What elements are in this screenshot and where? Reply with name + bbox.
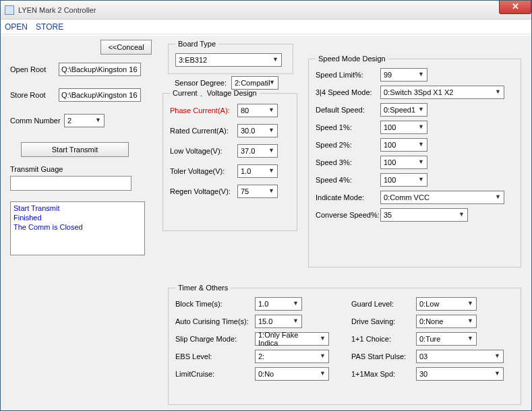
- speed3-select[interactable]: 100: [380, 156, 427, 169]
- board-type-group: Board Type 3:EB312: [168, 40, 293, 74]
- limit-cruise-label: LimitCruise:: [175, 370, 255, 378]
- app-window: LYEN Mark 2 Controller ✕ OPEN STORE <<Co…: [0, 0, 532, 411]
- converse-speed-select[interactable]: 35: [380, 208, 468, 222]
- speed4-label: Speed 4%:: [316, 176, 380, 184]
- limit-cruise-select[interactable]: 0:No: [255, 367, 329, 381]
- guard-level-label: Guard Level:: [351, 300, 416, 308]
- auto-cruise-select[interactable]: 15.0: [255, 315, 302, 328]
- close-button[interactable]: ✕: [499, 1, 531, 14]
- phase-current-select[interactable]: 80: [237, 104, 278, 117]
- speed-limit-label: Speed Limit%:: [316, 71, 380, 79]
- ebs-level-select[interactable]: 2:: [255, 350, 329, 363]
- speed-mode-group: Speed Mode Design Speed Limit%:99 3|4 Sp…: [308, 55, 521, 267]
- indicate-mode-select[interactable]: 0:Comm VCC: [380, 191, 504, 204]
- board-type-legend: Board Type: [175, 40, 218, 48]
- conceal-button[interactable]: <<Conceal: [100, 40, 152, 55]
- speed2-label: Speed 2%:: [316, 141, 380, 149]
- maxspd-select[interactable]: 30: [416, 367, 504, 381]
- sensor-degree-select[interactable]: 2:Compatil: [231, 76, 278, 90]
- timer-others-group: Timer & Others Block Time(s):1.0 Auto Cu…: [168, 284, 521, 405]
- open-root-label: Open Root: [10, 65, 59, 73]
- open-root-input[interactable]: [59, 63, 141, 76]
- current-voltage-legend: Current 、Voltage Design: [170, 88, 260, 98]
- phase-current-label: Phase Current(A):: [170, 106, 237, 115]
- timer-others-legend: Timer & Others: [175, 284, 231, 292]
- menu-open[interactable]: OPEN: [5, 22, 28, 32]
- guard-level-select[interactable]: 0:Low: [416, 297, 477, 311]
- pas-pulse-label: PAS Start Pulse:: [351, 352, 416, 360]
- speed1-label: Speed 1%:: [316, 123, 380, 131]
- speed-limit-select[interactable]: 99: [380, 68, 427, 82]
- transmit-guage-box: [10, 176, 131, 191]
- slip-charge-select[interactable]: 1:Only Fake Indica: [255, 332, 329, 346]
- comm-number-label: Comm Number: [10, 117, 64, 125]
- app-icon: [5, 5, 14, 15]
- low-voltage-select[interactable]: 37.0: [237, 144, 278, 158]
- slip-charge-label: Slip Charge Mode:: [175, 335, 255, 343]
- transmit-guage-label: Transmit Guage: [10, 165, 63, 173]
- left-panel: <<Conceal Open Root Store Root Comm Numb…: [10, 40, 152, 323]
- regen-voltage-label: Regen Voltage(V):: [170, 187, 237, 195]
- menubar: OPEN STORE: [1, 20, 531, 34]
- choice-label: 1+1 Choice:: [351, 335, 416, 343]
- speed-mode-legend: Speed Mode Design: [316, 55, 388, 63]
- store-root-label: Store Root: [10, 91, 59, 99]
- regen-voltage-select[interactable]: 75: [237, 185, 278, 198]
- comm-number-select[interactable]: 2: [64, 114, 105, 127]
- board-type-select[interactable]: 3:EB312: [175, 53, 282, 67]
- speed-34mode-select[interactable]: 0:Switch 3Spd X1 X2: [380, 86, 504, 99]
- block-time-label: Block Time(s):: [175, 300, 255, 308]
- current-voltage-group: Current 、Voltage Design Phase Current(A)…: [162, 88, 297, 231]
- speed2-select[interactable]: 100: [380, 138, 427, 152]
- rated-current-label: Rated Current(A):: [170, 127, 237, 135]
- indicate-mode-label: Indicate Mode:: [316, 193, 380, 201]
- default-speed-label: Default Speed:: [316, 106, 380, 114]
- block-time-select[interactable]: 1.0: [255, 297, 302, 311]
- speed4-select[interactable]: 100: [380, 173, 427, 187]
- content-area: <<Conceal Open Root Store Root Comm Numb…: [1, 36, 531, 410]
- rated-current-select[interactable]: 30.0: [237, 124, 278, 137]
- low-voltage-label: Low Voltage(V):: [170, 147, 237, 155]
- toler-voltage-select[interactable]: 1.0: [237, 164, 278, 178]
- choice-select[interactable]: 0:Ture: [416, 332, 477, 346]
- maxspd-label: 1+1Max Spd:: [351, 370, 416, 378]
- speed1-select[interactable]: 100: [380, 121, 427, 134]
- menu-store[interactable]: STORE: [36, 22, 63, 32]
- titlebar: LYEN Mark 2 Controller ✕: [1, 1, 531, 20]
- speed-34mode-label: 3|4 Speed Mode:: [316, 88, 380, 96]
- converse-speed-label: Converse Speed%:: [316, 211, 380, 219]
- store-root-input[interactable]: [59, 88, 141, 102]
- auto-cruise-label: Auto Curising Time(s):: [175, 317, 255, 325]
- ebs-level-label: EBS Level:: [175, 352, 255, 360]
- drive-saving-select[interactable]: 0:None: [416, 315, 477, 328]
- pas-pulse-select[interactable]: 03: [416, 350, 504, 363]
- sensor-degree-label: Sensor Degree:: [175, 79, 231, 87]
- drive-saving-label: Drive Saving:: [351, 317, 416, 325]
- log-box: Start Transmit Finished The Comm is Clos…: [10, 201, 145, 255]
- start-transmit-button[interactable]: Start Transmit: [21, 142, 129, 157]
- speed3-label: Speed 3%:: [316, 158, 380, 166]
- toler-voltage-label: Toler Voltage(V):: [170, 167, 237, 175]
- default-speed-select[interactable]: 0:Speed1: [380, 103, 427, 117]
- window-title: LYEN Mark 2 Controller: [18, 6, 96, 14]
